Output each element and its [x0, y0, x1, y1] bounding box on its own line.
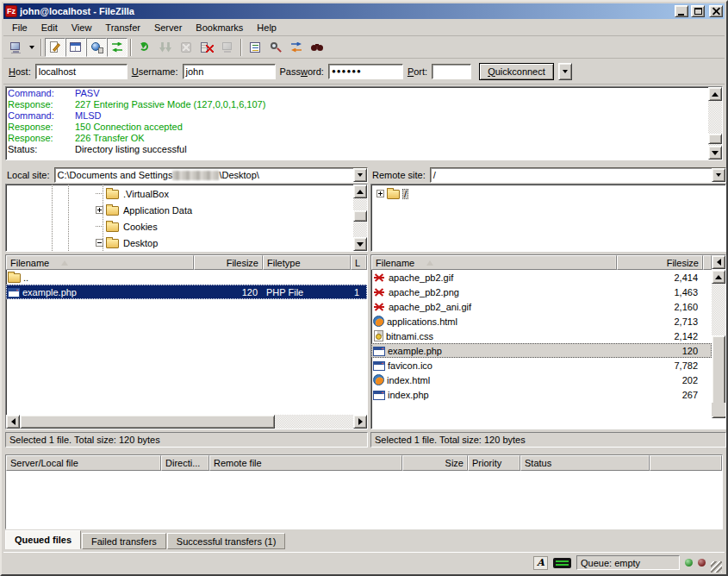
filezilla-logo-icon[interactable]: Fz	[5, 5, 17, 17]
site-manager-button[interactable]	[5, 38, 26, 57]
file-row-apache-pb2-gif[interactable]: apache_pb2.gif2,414	[371, 270, 712, 285]
menu-help[interactable]: Help	[250, 20, 283, 35]
file-row-index-html[interactable]: index.html202	[371, 373, 712, 387]
tree-item-virtualbox[interactable]: .VirtualBox	[6, 185, 353, 202]
tree-item-root[interactable]: /	[371, 185, 725, 202]
column-header-filesize[interactable]: Filesize	[194, 255, 263, 270]
file-row-bitnami-css[interactable]: bitnami.css2,142	[371, 329, 712, 343]
remote-site-dropdown-button[interactable]	[712, 168, 725, 182]
password-input[interactable]: ●●●●●●	[328, 64, 403, 79]
remote-site-combo[interactable]: /	[430, 167, 726, 183]
expand-icon[interactable]	[376, 190, 384, 197]
column-header-filename[interactable]: Filename	[371, 255, 617, 270]
file-row-example-php[interactable]: example.php120	[371, 343, 712, 358]
column-header-l[interactable]: L	[351, 255, 367, 270]
file-row-apache-pb2-png[interactable]: apache_pb2.png1,463	[371, 285, 712, 299]
log-scrollbar[interactable]	[708, 87, 722, 160]
local-site-combo[interactable]: C:\Documents and Settings\Desktop\	[54, 167, 368, 183]
site-manager-dropdown-button[interactable]	[26, 38, 38, 57]
menu-transfer[interactable]: Transfer	[98, 20, 147, 35]
column-header-filetype[interactable]: Filetype	[263, 255, 351, 270]
column-header-filename[interactable]: Filename	[6, 255, 194, 270]
log-scroll-track[interactable]	[708, 101, 722, 134]
collapse-icon[interactable]	[96, 239, 103, 247]
disconnect-icon	[200, 41, 214, 54]
tree-item-cookies[interactable]: Cookies	[6, 218, 353, 235]
quickconnect-dropdown-button[interactable]	[558, 63, 572, 80]
menu-bookmarks[interactable]: Bookmarks	[189, 20, 250, 35]
file-row-blank[interactable]: ..	[6, 270, 367, 285]
queue-column-header-directi[interactable]: Directi...	[161, 455, 209, 471]
queue-column-header-size[interactable]: Size	[402, 455, 468, 471]
refresh-button[interactable]	[134, 38, 155, 57]
file-row-favicon-ico[interactable]: favicon.ico7,782	[371, 358, 712, 373]
queue-splitter[interactable]	[3, 448, 725, 454]
quickconnect-button[interactable]: Quickconnect	[479, 63, 554, 80]
directory-listing-filters-button[interactable]	[245, 38, 265, 57]
minimize-button[interactable]	[675, 5, 688, 17]
toggle-remote-tree-button[interactable]	[86, 38, 107, 57]
remote-list-scroll-up-button[interactable]	[712, 270, 725, 284]
local-tree-scroll-thumb[interactable]	[353, 210, 367, 222]
speed-limits-icon[interactable]	[553, 558, 571, 568]
synchronized-browsing-button[interactable]	[286, 38, 307, 57]
tree-item-application-data[interactable]: Application Data	[6, 202, 353, 218]
local-site-dropdown-button[interactable]	[353, 168, 367, 182]
log-scroll-down-button[interactable]	[708, 146, 722, 160]
tab-queued-files[interactable]: Queued files	[5, 530, 81, 549]
remote-list-scroll-thumb[interactable]	[725, 255, 726, 269]
maximize-button[interactable]	[691, 5, 705, 17]
remote-list-scrollbar[interactable]	[712, 255, 725, 269]
local-tree-scroll-down-button[interactable]	[353, 237, 367, 251]
queue-column-header-remote-file[interactable]: Remote file	[209, 455, 402, 471]
local-list-scrollbar[interactable]	[6, 415, 367, 429]
remote-list-scroll-track[interactable]	[712, 284, 725, 335]
remote-list-scroll-thumb[interactable]	[712, 335, 725, 404]
local-tree-scroll-up-button[interactable]	[353, 185, 367, 198]
file-cell: apache_pb2.png	[371, 285, 617, 299]
toggle-transfer-queue-button[interactable]	[107, 38, 128, 57]
cancel-operation-button[interactable]	[176, 38, 196, 57]
log-scroll-thumb[interactable]	[708, 134, 722, 144]
resize-grip[interactable]	[711, 561, 722, 573]
queue-column-header-server-local-file[interactable]: Server/Local file	[6, 455, 161, 471]
log-scroll-up-button[interactable]	[708, 87, 722, 101]
column-header-blank[interactable]	[703, 255, 712, 270]
local-list-scroll-right-button[interactable]	[353, 415, 367, 429]
column-header-filesize[interactable]: Filesize	[617, 255, 703, 270]
toggle-local-tree-button[interactable]	[65, 38, 86, 57]
menu-view[interactable]: View	[65, 20, 99, 35]
file-row-applications-html[interactable]: applications.html2,713	[371, 314, 712, 329]
file-row-example-php[interactable]: example.php120PHP File1	[6, 285, 367, 299]
remote-list-scrollbar[interactable]	[712, 270, 725, 403]
remote-list-scroll-left-button[interactable]	[712, 255, 725, 269]
file-row-index-php[interactable]: index.php267	[371, 387, 712, 402]
file-row-apache-pb2-ani-gif[interactable]: apache_pb2_ani.gif2,160	[371, 299, 712, 314]
local-tree-scrollbar[interactable]	[353, 185, 367, 251]
local-list-scroll-track[interactable]	[275, 415, 353, 429]
close-button[interactable]	[709, 5, 723, 17]
reconnect-button[interactable]	[217, 38, 238, 57]
menu-edit[interactable]: Edit	[34, 20, 65, 35]
toggle-message-log-button[interactable]	[45, 38, 65, 57]
tab-successful-transfers-1[interactable]: Successful transfers (1)	[167, 533, 286, 549]
directory-comparison-button[interactable]	[265, 38, 286, 57]
find-files-button[interactable]	[307, 38, 327, 57]
horizontal-splitter[interactable]	[3, 160, 725, 166]
menu-file[interactable]: File	[5, 20, 34, 35]
local-list-scroll-left-button[interactable]	[6, 415, 20, 429]
menu-server[interactable]: Server	[147, 20, 189, 35]
host-input[interactable]: localhost	[35, 64, 128, 79]
expand-icon[interactable]	[96, 206, 103, 214]
queue-column-header-priority[interactable]: Priority	[468, 455, 520, 471]
local-tree-scroll-track[interactable]	[353, 222, 367, 237]
tree-item-desktop[interactable]: Desktop	[6, 235, 353, 251]
username-input[interactable]: john	[183, 64, 276, 79]
port-input[interactable]	[432, 64, 471, 79]
disconnect-button[interactable]	[196, 38, 217, 57]
queue-column-header-status[interactable]: Status	[520, 455, 650, 471]
local-tree-scroll-track[interactable]	[353, 198, 367, 210]
tab-failed-transfers[interactable]: Failed transfers	[82, 533, 166, 549]
process-queue-button[interactable]	[155, 38, 176, 57]
local-list-scroll-thumb[interactable]	[20, 415, 275, 429]
